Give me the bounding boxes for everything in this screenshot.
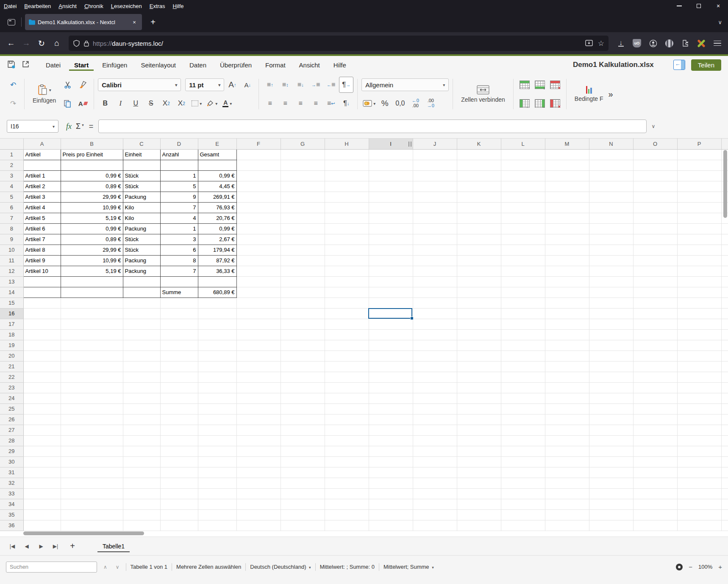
cell[interactable]	[236, 467, 281, 478]
cell[interactable]	[61, 446, 123, 456]
cell[interactable]	[633, 276, 677, 287]
cell[interactable]	[236, 266, 281, 276]
cell[interactable]	[236, 255, 281, 266]
cell[interactable]	[325, 478, 369, 488]
cell[interactable]	[413, 340, 457, 350]
cell[interactable]	[123, 446, 160, 456]
cell[interactable]	[123, 520, 160, 531]
cell[interactable]	[281, 255, 325, 266]
cell[interactable]	[369, 372, 413, 382]
cell[interactable]	[677, 287, 721, 298]
cell[interactable]	[281, 509, 325, 520]
cell[interactable]	[236, 372, 281, 382]
cell[interactable]: 2,67 €	[198, 234, 236, 245]
cell[interactable]	[61, 509, 123, 520]
cell[interactable]	[369, 382, 413, 393]
cell[interactable]: 76,93 €	[198, 202, 236, 213]
cell[interactable]	[677, 192, 721, 202]
cell[interactable]	[23, 520, 61, 531]
column-header[interactable]: M	[545, 139, 589, 149]
cell[interactable]	[457, 298, 501, 308]
cell[interactable]	[369, 435, 413, 446]
cell[interactable]: Artikel 6	[23, 223, 61, 234]
cell[interactable]	[413, 488, 457, 499]
row-header[interactable]: 31	[0, 467, 23, 478]
cell[interactable]	[325, 361, 369, 372]
cell[interactable]	[281, 382, 325, 393]
cell[interactable]	[236, 192, 281, 202]
cell[interactable]	[589, 213, 633, 223]
office-menu-hilfe[interactable]: Hilfe	[328, 59, 351, 71]
row-header[interactable]: 12	[0, 266, 23, 276]
cell[interactable]: 0,89 €	[61, 181, 123, 192]
cell[interactable]	[413, 266, 457, 276]
cell[interactable]	[160, 319, 198, 329]
column-header[interactable]: H	[325, 139, 369, 149]
cell[interactable]	[501, 276, 545, 287]
cell[interactable]	[236, 213, 281, 223]
cell[interactable]	[236, 160, 281, 170]
cell[interactable]	[198, 276, 236, 287]
cell[interactable]	[413, 393, 457, 403]
cell[interactable]	[369, 456, 413, 467]
cell[interactable]: Stück	[123, 245, 160, 255]
cell[interactable]	[721, 467, 728, 478]
cell[interactable]	[721, 382, 728, 393]
cell[interactable]	[545, 435, 589, 446]
cell[interactable]	[545, 403, 589, 414]
cell[interactable]	[325, 340, 369, 350]
toolbar-overflow-button[interactable]: »	[609, 89, 613, 99]
background-color-dropdown[interactable]: ▾	[215, 101, 217, 106]
cell[interactable]: 7	[160, 266, 198, 276]
cell[interactable]	[369, 414, 413, 425]
cell[interactable]	[325, 372, 369, 382]
cell[interactable]	[369, 319, 413, 329]
reload-button[interactable]: ↻	[34, 36, 49, 51]
cell[interactable]	[545, 202, 589, 213]
sheet-tab-tabelle1[interactable]: Tabelle1	[97, 540, 130, 552]
cell[interactable]	[677, 456, 721, 467]
cell[interactable]	[457, 372, 501, 382]
cell[interactable]	[457, 361, 501, 372]
cell[interactable]: 29,99 €	[61, 192, 123, 202]
cell[interactable]	[457, 329, 501, 340]
cell[interactable]	[589, 245, 633, 255]
cell[interactable]	[369, 329, 413, 340]
cell[interactable]	[23, 478, 61, 488]
cell[interactable]	[589, 266, 633, 276]
cell[interactable]	[677, 223, 721, 234]
cell[interactable]	[721, 245, 728, 255]
cell[interactable]	[325, 308, 369, 319]
cell[interactable]	[589, 509, 633, 520]
cell[interactable]	[236, 520, 281, 531]
row-header[interactable]: 17	[0, 319, 23, 329]
cell[interactable]	[281, 456, 325, 467]
format-painter-button[interactable]	[75, 77, 90, 93]
cell[interactable]	[23, 435, 61, 446]
row-header[interactable]: 1	[0, 149, 23, 160]
column-resize-handle[interactable]	[408, 142, 411, 147]
cell[interactable]	[545, 160, 589, 170]
cell[interactable]	[236, 488, 281, 499]
cell[interactable]	[236, 499, 281, 509]
cell[interactable]	[501, 234, 545, 245]
cell[interactable]	[61, 488, 123, 499]
cell[interactable]: Artikel 8	[23, 245, 61, 255]
cell[interactable]	[281, 520, 325, 531]
cell[interactable]	[457, 149, 501, 160]
cell[interactable]	[325, 149, 369, 160]
cell[interactable]	[281, 393, 325, 403]
cell[interactable]	[501, 192, 545, 202]
last-sheet-button[interactable]: ▶|	[49, 540, 62, 553]
column-header[interactable]: A	[23, 139, 61, 149]
cell[interactable]	[545, 255, 589, 266]
office-menu-daten[interactable]: Daten	[184, 59, 211, 71]
cell[interactable]	[501, 446, 545, 456]
ff-menu-extras[interactable]: Extras	[146, 3, 169, 9]
cell[interactable]: Artikel 2	[23, 181, 61, 192]
cell[interactable]	[589, 488, 633, 499]
cell[interactable]	[545, 149, 589, 160]
column-header[interactable]: O	[633, 139, 677, 149]
cell[interactable]	[236, 350, 281, 361]
cell[interactable]	[281, 234, 325, 245]
